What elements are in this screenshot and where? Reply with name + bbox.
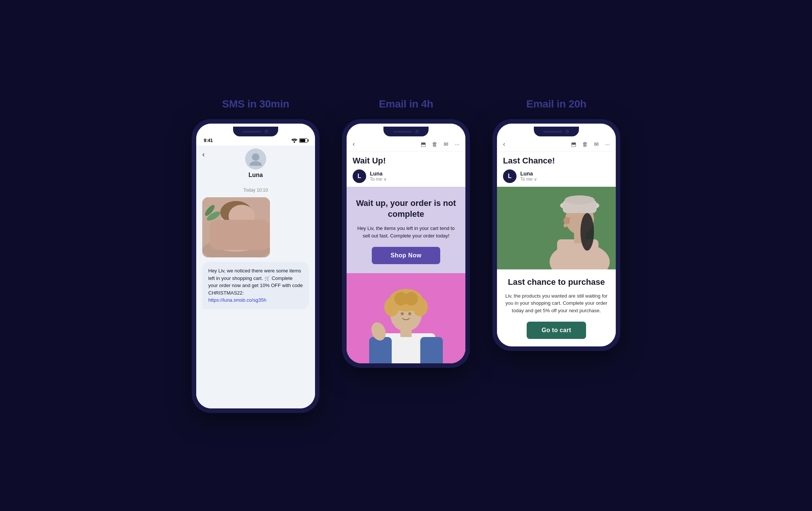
email1-mail-icon[interactable]: ✉ <box>444 141 448 148</box>
svg-point-0 <box>294 141 295 143</box>
email2-phone-inner: ‹ ⬒ 🗑 ✉ ··· Last Chance! L Luna <box>497 124 616 346</box>
svg-rect-16 <box>369 337 392 363</box>
sms-header: ‹ Luna <box>196 145 315 183</box>
email2-sender: L Luna To me ∨ <box>497 167 616 187</box>
email2-go-to-cart-button[interactable]: Go to cart <box>527 322 586 339</box>
sms-person-art <box>202 197 270 257</box>
sms-timestamp: Today 10:10 <box>202 187 309 193</box>
email1-trash-icon[interactable]: 🗑 <box>432 141 438 148</box>
email2-sender-to: To me ∨ <box>520 177 537 182</box>
email2-sender-avatar: L <box>503 169 517 183</box>
email1-phone-inner: ‹ ⬒ 🗑 ✉ ··· Wait Up! L Luna <box>347 124 465 363</box>
email1-hero: Wait up, your order is not complete Hey … <box>347 187 465 273</box>
email2-phone: ‹ ⬒ 🗑 ✉ ··· Last Chance! L Luna <box>492 119 620 351</box>
email1-screen: Wait Up! L Luna To me ∨ Wait up, your or… <box>347 151 465 363</box>
svg-point-37 <box>564 224 567 227</box>
email2-notch <box>534 127 579 136</box>
email1-sender-info: Luna To me ∨ <box>370 171 387 182</box>
email1-product-image <box>347 273 465 363</box>
email1-hero-text: Hey Liv, the items you left in your cart… <box>354 225 458 239</box>
svg-point-2 <box>250 161 262 166</box>
svg-point-7 <box>220 201 252 224</box>
email1-shop-now-button[interactable]: Shop Now <box>372 247 440 264</box>
email1-sender: L Luna To me ∨ <box>347 167 465 187</box>
email1-nav: ‹ ⬒ 🗑 ✉ ··· <box>347 138 465 151</box>
email1-subject: Wait Up! <box>347 151 465 167</box>
email2-body-title: Last chance to purchase <box>503 277 610 288</box>
sms-avatar <box>245 148 266 169</box>
sms-column-label: SMS in 30min <box>222 98 289 110</box>
email1-camera <box>415 130 419 133</box>
status-icons <box>291 138 308 143</box>
email2-camera <box>565 130 569 133</box>
email2-body: Last chance to purchase Liv, the product… <box>497 269 616 346</box>
svg-rect-17 <box>420 337 443 363</box>
email1-sender-to: To me ∨ <box>370 177 387 182</box>
avatar-person-icon <box>249 152 262 166</box>
email2-person-art <box>497 187 616 269</box>
email2-notch-bar <box>497 124 616 136</box>
email1-sender-avatar: L <box>353 169 366 183</box>
svg-rect-8 <box>225 223 234 228</box>
sms-message-bubble: Hey Liv, we noticed there were some item… <box>202 262 309 309</box>
battery-icon <box>299 138 308 143</box>
camera <box>265 130 268 133</box>
status-time: 9:41 <box>204 138 213 143</box>
email2-sender-info: Luna To me ∨ <box>520 171 537 182</box>
svg-point-1 <box>252 153 259 161</box>
sms-phone: 9:41 <box>192 119 320 413</box>
email2-body-text: Liv, the products you wanted are still w… <box>503 292 610 314</box>
email1-nav-icons: ⬒ 🗑 ✉ ··· <box>421 141 459 148</box>
phones-container: SMS in 30min 9:41 <box>143 98 669 413</box>
sms-column: SMS in 30min 9:41 <box>192 98 320 413</box>
email2-product-image <box>497 187 616 269</box>
status-bar: 9:41 <box>196 136 315 145</box>
email2-back-button[interactable]: ‹ <box>503 140 505 148</box>
email2-nav-icons: ⬒ 🗑 ✉ ··· <box>571 141 610 148</box>
sms-back-button[interactable]: ‹ <box>202 150 205 159</box>
battery-tip <box>308 139 309 142</box>
svg-point-38 <box>580 213 594 251</box>
sms-contact-name: Luna <box>248 172 263 178</box>
svg-point-24 <box>404 292 418 305</box>
email1-speaker <box>393 131 412 133</box>
email1-phone: ‹ ⬒ 🗑 ✉ ··· Wait Up! L Luna <box>342 119 470 368</box>
email2-speaker <box>544 131 562 133</box>
email2-mail-icon[interactable]: ✉ <box>594 141 599 148</box>
email2-nav: ‹ ⬒ 🗑 ✉ ··· <box>497 138 616 151</box>
email1-sender-name: Luna <box>370 171 387 177</box>
sms-screen: ‹ Luna Today 10:10 <box>196 145 315 408</box>
email2-trash-icon[interactable]: 🗑 <box>582 141 588 148</box>
sms-phone-inner: 9:41 <box>196 124 315 408</box>
svg-rect-9 <box>236 223 245 228</box>
notch <box>233 127 278 136</box>
wifi-icon <box>291 138 297 143</box>
email1-back-button[interactable]: ‹ <box>353 140 355 148</box>
speaker <box>243 131 262 133</box>
email1-notch <box>383 127 429 136</box>
email1-archive-icon[interactable]: ⬒ <box>421 141 426 148</box>
sms-body: Today 10:10 <box>196 183 315 408</box>
sms-product-image <box>202 197 270 257</box>
email2-archive-icon[interactable]: ⬒ <box>571 141 576 148</box>
email1-column: Email in 4h ‹ ⬒ 🗑 ✉ <box>342 98 470 368</box>
email2-sender-name: Luna <box>520 171 537 177</box>
curly-hair-person-silhouette <box>347 273 465 363</box>
email1-hero-title: Wait up, your order is not complete <box>354 198 458 219</box>
email1-more-icon[interactable]: ··· <box>454 141 459 148</box>
email2-column: Email in 20h ‹ ⬒ 🗑 ✉ <box>492 98 620 351</box>
email1-column-label: Email in 4h <box>379 98 433 110</box>
sms-link[interactable]: https://luna.smsb.co/sg35h <box>208 297 267 303</box>
battery-fill <box>300 139 305 142</box>
notch-bar <box>196 124 315 136</box>
hat-person-silhouette <box>497 187 616 269</box>
sms-message-text: Hey Liv, we noticed there were some item… <box>208 268 303 296</box>
svg-point-5 <box>210 225 262 252</box>
email2-screen: Last Chance! L Luna To me ∨ <box>497 151 616 346</box>
lying-person-silhouette <box>202 197 270 257</box>
email2-column-label: Email in 20h <box>526 98 586 110</box>
svg-point-27 <box>408 312 411 315</box>
email2-more-icon[interactable]: ··· <box>605 141 610 148</box>
svg-point-4 <box>202 239 270 257</box>
email1-notch-bar <box>347 124 465 136</box>
